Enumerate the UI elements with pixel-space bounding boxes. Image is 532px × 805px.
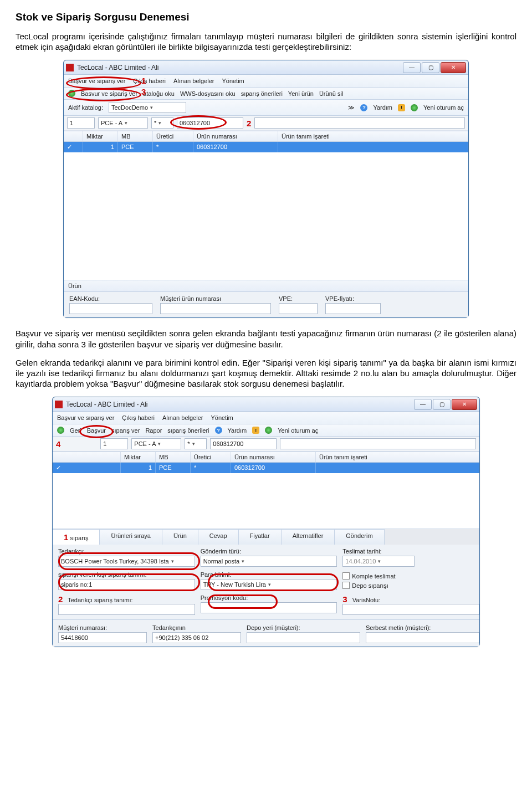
tb-yeni[interactable]: Yeni ürün [288,90,314,97]
tab-fiyatlar[interactable]: Fiyatlar [239,529,282,545]
tab-gonderim[interactable]: Gönderim [335,529,384,545]
warn-icon: ! [398,104,405,111]
tb-oner[interactable]: sıparış önerileri [167,427,209,434]
tb-siparis[interactable]: sıparış ver [111,427,140,434]
komple-checkbox[interactable]: Komple teslimat [342,572,474,580]
session-icon [411,104,418,111]
desc-input[interactable] [254,117,465,129]
page-title: Stok ve Sipariş Sorgusu Denemesi [16,11,516,23]
grid-row-1[interactable]: ✓ 1 PCE * 060312700 [64,142,468,152]
maximize-button[interactable]: ▢ [422,62,439,73]
active-input-row: 1 PCE - A * 060312700 2 [64,116,468,131]
annotation-1: 1 [141,76,146,85]
col-uretici: Üretici [153,131,193,141]
close-button[interactable]: ✕ [452,399,477,410]
tb-wws[interactable]: WWS-dosyasını oku [180,90,236,97]
titlebar: TecLocal - ABC Limited - Ali — ▢ ✕ [64,60,468,75]
menu-basvur[interactable]: Başvur ve sıparış ver [57,414,114,421]
menu-belgeler[interactable]: Alınan belgeler [162,414,203,421]
tab-alternatif[interactable]: Alternatifler [282,529,335,545]
tb-rapor[interactable]: Rapor [145,427,162,434]
tb-geri[interactable]: Geri [70,427,81,434]
tb-katalog[interactable]: ataloğu oku [143,90,175,97]
dym-label: Depo yeri (müşteri): [247,624,355,631]
tb-basvur[interactable]: Başvur [87,427,106,434]
tb-sil[interactable]: Ürünü sil [319,90,343,97]
tedarikci-select[interactable]: BOSCH Power Tools Turkey, 34398 Ista [58,556,195,567]
qty-input[interactable]: 1 [67,117,95,129]
menu-yonetim[interactable]: Yönetim [222,78,244,84]
tk-input[interactable]: +90(212) 335 06 02 [152,632,241,643]
tb-oner[interactable]: sıparış önerileri [241,90,283,97]
menu-basvur[interactable]: Başvur ve sıparış ver [68,78,125,84]
vpe-input[interactable] [279,303,318,314]
grid-header: Miktar MB Üretici Ürün numarası Ürün tan… [64,131,468,142]
minimize-button[interactable]: — [414,399,432,410]
tb-help[interactable]: Yardım [228,427,247,434]
annotation-4: 4 [56,439,60,449]
menu-cikis[interactable]: Çıkış haberi [122,414,155,421]
musteri-input[interactable]: 54418600 [58,632,147,643]
mun-label: Müşteri ürün numarası [160,295,271,302]
tab-urun[interactable]: Ürün [162,529,198,545]
sm-label: Serbest metin (müşteri): [366,624,474,631]
tb-basvur[interactable]: Basvur ve sipariş ver [81,90,137,97]
menubar: Başvur ve sıparış ver Çıkış haberi Alına… [53,412,479,424]
svk-input[interactable]: siparis no:1 [58,579,195,590]
vpef-input[interactable] [325,303,381,314]
col-miktar: Miktar [121,452,156,462]
maximize-button[interactable]: ▢ [433,399,451,410]
tab-urunleri[interactable]: Ürünleri sıraya [100,529,162,545]
col-urun: Ürün numarası [231,452,316,462]
screenshot-1: TecLocal - ABC Limited - Ali — ▢ ✕ Başvu… [63,60,469,318]
dym-input[interactable] [247,632,360,643]
varis-input[interactable] [342,604,479,615]
ean-input[interactable] [69,303,152,314]
toolbar: Geri Başvur sıparış ver Rapor sıparış ön… [53,424,479,437]
col-miktar: Miktar [83,131,118,141]
qty-input[interactable]: 1 [100,438,128,449]
minimize-button[interactable]: — [403,62,421,73]
menu-belgeler[interactable]: Alınan belgeler [173,78,214,84]
maker-select[interactable]: * [185,438,207,449]
product-input[interactable]: 060312700 [210,438,277,449]
menu-cikis[interactable]: Çıkış haberi [133,78,166,84]
col-uretici: Üretici [191,452,231,462]
musteri-label: Müşteri numarası: [58,624,141,631]
urun-section: Ürün [64,280,468,292]
aktif-label: Aktif katalog: [68,104,103,111]
tab-siparis[interactable]: 1 sıparış [53,529,100,545]
aktif-select[interactable]: TecDocDemo [109,102,186,113]
screenshot-2: TecLocal - ABC Limited - Ali — ▢ ✕ Başvu… [52,397,480,647]
urun-form: EAN-Kodu: Müşteri ürün numarası VPE: VPE… [64,292,468,317]
tb-session[interactable]: Yeni oturum aç [423,104,464,111]
paragraph-3: Gelen ekranda tedarikçi alanını ve para … [16,357,516,389]
tk-label: Tedarıkçının [152,624,236,631]
status-icon [68,90,75,97]
tb-session[interactable]: Yeni oturum aç [278,427,318,434]
depo-checkbox[interactable]: Depo sıparışı [342,582,474,589]
unit-select[interactable]: PCE - A [131,438,181,449]
annotation-3: 3 [141,87,146,96]
unit-select[interactable]: PCE - A [98,117,148,129]
promo-input[interactable] [201,602,337,613]
tb-help[interactable]: Yardım [373,104,392,111]
product-input[interactable]: 060312700 [177,117,243,129]
gonderim-select[interactable]: Normal posta [201,556,337,567]
teslimat-date[interactable]: 14.04.2010 [342,556,415,567]
mun-input[interactable] [160,303,271,314]
col-tanim: Ürün tanım işareti [316,452,479,462]
menu-yonetim[interactable]: Yönetim [211,414,233,421]
tab-cevap[interactable]: Cevap [198,529,239,545]
para-select[interactable]: TRY - New Turkish Lira [201,579,337,590]
bottom-tabs: 1 sıparış Ürünleri sıraya Ürün Cevap Fiy… [53,529,479,545]
close-button[interactable]: ✕ [441,62,466,73]
varis-label: VarisNotu: [352,597,381,603]
sm-input[interactable] [366,632,479,643]
desc-input[interactable] [280,438,476,449]
grid-row-1[interactable]: ✓ 1 PCE * 060312700 [53,463,479,473]
grid-body: ✓ 1 PCE * 060312700 [64,142,468,280]
tst-input[interactable] [58,604,195,615]
session-icon [265,427,272,434]
maker-select[interactable]: * [151,117,173,129]
